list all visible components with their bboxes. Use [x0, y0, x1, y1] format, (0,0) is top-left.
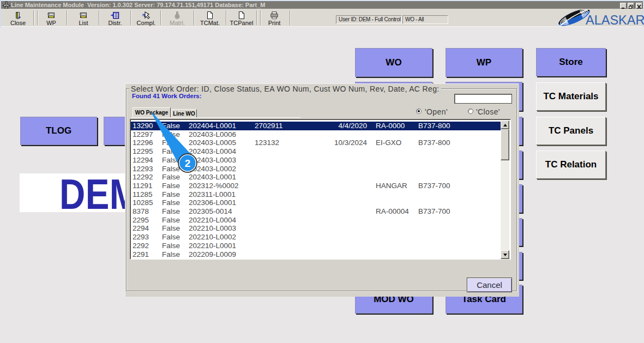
svg-text:ALASKAR: ALASKAR — [586, 13, 644, 26]
